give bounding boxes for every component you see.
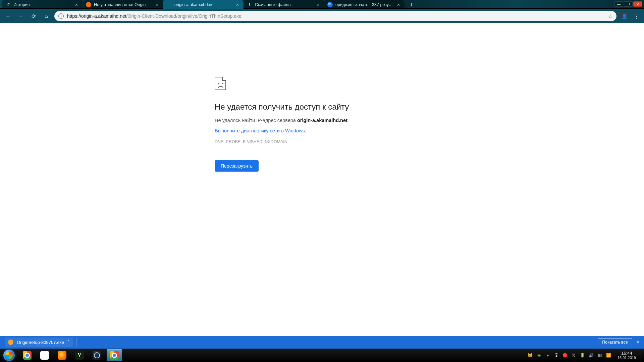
error-heading: Не удается получить доступ к сайту	[215, 102, 429, 112]
forward-button[interactable]: →	[16, 11, 25, 21]
browser-toolbar: ← → ⟳ ⌂ i https://origin-a.akamaihd.net/…	[0, 9, 644, 23]
show-desktop-button[interactable]	[641, 349, 644, 362]
tab-label: Не устанавливается Origin	[94, 2, 153, 7]
tab-strip: ↺ История × Не устанавливается Origin × …	[0, 0, 604, 9]
tab-close-icon[interactable]: ×	[317, 2, 321, 7]
bookmark-star-icon[interactable]: ☆	[608, 13, 612, 19]
network-diagnostics-link[interactable]: Выполните диагностику сети в Windows.	[215, 128, 306, 133]
volume-icon[interactable]: 🔊	[589, 353, 594, 358]
taskbar-app-chrome-active[interactable]	[107, 349, 122, 361]
url-path: /Origin-Client-Download/origin/live/Orig…	[126, 13, 241, 19]
tab-downloads[interactable]: ⬇ Скачанные файлы ×	[244, 0, 324, 9]
chrome-icon	[23, 351, 32, 360]
blank-favicon	[166, 2, 172, 7]
download-item[interactable]: OriginSetup-809757.exe ˄	[5, 338, 73, 347]
taskbar-clock[interactable]: 16:44 16.01.2019	[615, 351, 639, 360]
tab-close-icon[interactable]: ×	[75, 2, 79, 7]
start-button[interactable]	[0, 349, 18, 362]
profile-avatar-button[interactable]: 👤	[620, 12, 629, 20]
tab-label: История	[13, 2, 72, 7]
exe-file-icon	[8, 340, 13, 345]
tab-close-icon[interactable]: ×	[397, 2, 401, 7]
tray-icon[interactable]: 🐱	[528, 353, 533, 358]
tab-history[interactable]: ↺ История ×	[2, 0, 83, 9]
site-info-icon[interactable]: i	[58, 13, 64, 19]
tab-label: ориджин скачать - 337 результ	[335, 2, 394, 7]
url-host: https://origin-a.akamaihd.net	[67, 13, 126, 19]
window-close-button[interactable]: ✕	[633, 1, 642, 7]
yandex-icon: Я	[40, 351, 49, 360]
error-desc-suffix: .	[347, 118, 349, 123]
clock-time: 16:44	[618, 351, 636, 356]
firefox-icon	[58, 351, 66, 360]
reload-button-primary[interactable]: Перезагрузить	[215, 160, 259, 172]
windows-taskbar: Я V 🐱 ◉ ● ⦿ 🔴 ᛞ 🔋 🔊 ▥ 📶 16:44 16.01.2019	[0, 349, 644, 362]
steam-icon	[93, 351, 101, 360]
tab-close-icon[interactable]: ×	[156, 2, 160, 7]
separator	[76, 338, 76, 347]
error-desc-prefix: Не удалось найти IP-адрес сервера	[215, 118, 297, 123]
battery-icon[interactable]: 🔋	[580, 353, 585, 358]
tab-origin-forum[interactable]: Не устанавливается Origin ×	[83, 0, 163, 9]
download-filename: OriginSetup-809757.exe	[17, 340, 64, 345]
tab-akamai[interactable]: origin-a.akamaihd.net ×	[163, 0, 244, 9]
download-icon: ⬇	[247, 2, 252, 7]
close-shelf-button[interactable]: ×	[636, 339, 639, 345]
taskbar-app-yandex[interactable]: Я	[37, 349, 52, 361]
tray-icon[interactable]: ⦿	[554, 353, 559, 358]
tab-close-icon[interactable]: ×	[236, 2, 240, 7]
error-code: DNS_PROBE_FINISHED_NXDOMAIN	[215, 139, 429, 144]
origin-icon	[86, 2, 91, 7]
sad-page-icon	[215, 77, 226, 90]
taskbar-app-steam[interactable]	[89, 349, 105, 361]
gtav-icon: V	[75, 351, 84, 360]
reload-button[interactable]: ⟳	[29, 11, 38, 21]
download-shelf: OriginSetup-809757.exe ˄ Показать все ×	[0, 336, 644, 349]
tray-icon[interactable]: ᛞ	[571, 353, 577, 358]
taskbar-app-chrome[interactable]	[19, 349, 35, 361]
taskbar-app-firefox[interactable]	[54, 349, 70, 361]
system-tray: 🐱 ◉ ● ⦿ 🔴 ᛞ 🔋 🔊 ▥ 📶 16:44 16.01.2019	[526, 351, 641, 360]
network-icon[interactable]: 📶	[606, 353, 611, 358]
tray-icon[interactable]: ●	[545, 353, 550, 358]
taskbar-apps: Я V	[18, 349, 122, 361]
error-desc-domain: origin-a.akamaihd.net	[297, 118, 347, 123]
home-button[interactable]: ⌂	[42, 11, 51, 21]
window-minimize-button[interactable]: —	[614, 1, 623, 7]
tray-icon[interactable]: 🔴	[562, 353, 568, 358]
tray-icon[interactable]: ▥	[597, 353, 603, 358]
history-icon: ↺	[5, 2, 11, 7]
page-content: Не удается получить доступ к сайту Не уд…	[0, 23, 644, 336]
download-options-icon[interactable]: ˄	[67, 340, 69, 345]
window-maximize-button[interactable]: ❐	[624, 1, 633, 7]
show-all-downloads-button[interactable]: Показать все	[598, 338, 632, 346]
back-button[interactable]: ←	[3, 11, 13, 21]
start-orb-icon	[3, 350, 15, 361]
address-bar[interactable]: i https://origin-a.akamaihd.net/Origin-C…	[54, 11, 616, 21]
nvidia-icon[interactable]: ◉	[536, 353, 542, 358]
search-icon: 🔍	[327, 2, 333, 7]
url-text: https://origin-a.akamaihd.net/Origin-Cli…	[67, 13, 604, 19]
browser-menu-button[interactable]: ⋮	[632, 12, 641, 20]
tab-search-results[interactable]: 🔍 ориджин скачать - 337 результ ×	[324, 0, 405, 9]
error-description: Не удалось найти IP-адрес сервера origin…	[215, 118, 429, 123]
clock-date: 16.01.2019	[618, 356, 636, 360]
new-tab-button[interactable]: +	[407, 1, 417, 9]
tab-label: origin-a.akamaihd.net	[174, 2, 233, 7]
chrome-icon	[110, 351, 119, 360]
tab-label: Скачанные файлы	[255, 2, 314, 7]
taskbar-app-gtav[interactable]: V	[72, 349, 87, 361]
error-container: Не удается получить доступ к сайту Не уд…	[215, 77, 429, 172]
